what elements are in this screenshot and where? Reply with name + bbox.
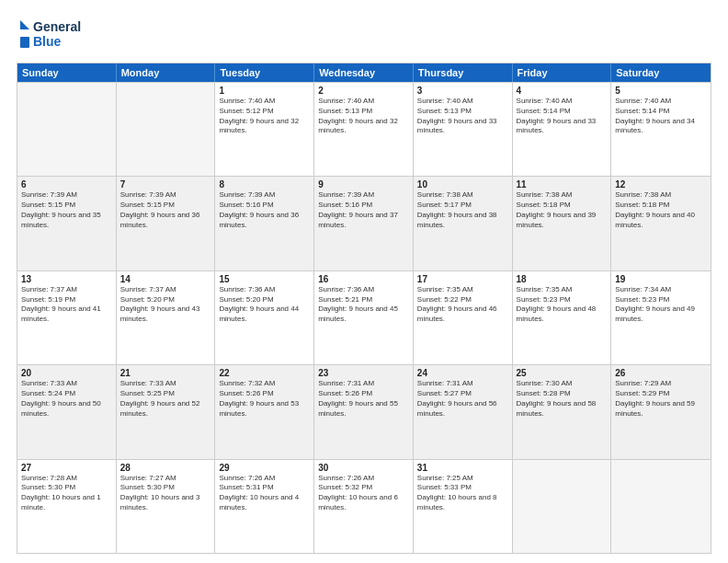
calendar-cell: 13Sunrise: 7:37 AM Sunset: 5:19 PM Dayli… [17,271,117,364]
calendar-cell: 18Sunrise: 7:35 AM Sunset: 5:23 PM Dayli… [513,271,612,364]
calendar-cell: 24Sunrise: 7:31 AM Sunset: 5:27 PM Dayli… [414,365,513,458]
weekday-header: Thursday [414,63,513,82]
cell-info: Sunrise: 7:30 AM Sunset: 5:28 PM Dayligh… [517,379,608,419]
day-number: 25 [517,368,608,378]
cell-info: Sunrise: 7:40 AM Sunset: 5:14 PM Dayligh… [517,97,608,136]
cell-info: Sunrise: 7:36 AM Sunset: 5:20 PM Dayligh… [219,285,310,325]
cell-info: Sunrise: 7:37 AM Sunset: 5:20 PM Dayligh… [120,285,211,325]
calendar-body: 1Sunrise: 7:40 AM Sunset: 5:12 PM Daylig… [17,82,711,553]
cell-info: Sunrise: 7:29 AM Sunset: 5:29 PM Dayligh… [615,379,707,419]
calendar-cell: 6Sunrise: 7:39 AM Sunset: 5:15 PM Daylig… [17,177,117,270]
cell-info: Sunrise: 7:31 AM Sunset: 5:27 PM Dayligh… [417,379,508,419]
day-number: 24 [417,368,508,378]
calendar-cell: 21Sunrise: 7:33 AM Sunset: 5:25 PM Dayli… [117,365,216,458]
cell-info: Sunrise: 7:27 AM Sunset: 5:30 PM Dayligh… [120,474,211,513]
day-number: 31 [417,463,508,473]
calendar-cell: 2Sunrise: 7:40 AM Sunset: 5:13 PM Daylig… [314,83,414,176]
day-number: 11 [517,179,608,190]
calendar-cell: 29Sunrise: 7:26 AM Sunset: 5:31 PM Dayli… [215,460,314,553]
logo: General Blue [17,17,99,55]
day-number: 20 [21,368,112,378]
cell-info: Sunrise: 7:39 AM Sunset: 5:15 PM Dayligh… [120,190,211,230]
cell-info: Sunrise: 7:39 AM Sunset: 5:16 PM Dayligh… [318,190,409,230]
calendar-cell: 26Sunrise: 7:29 AM Sunset: 5:29 PM Dayli… [611,365,711,458]
day-number: 1 [219,86,310,96]
cell-info: Sunrise: 7:37 AM Sunset: 5:19 PM Dayligh… [21,285,112,325]
svg-text:General: General [33,19,81,34]
page: General Blue SundayMondayTuesdayWednesda… [0,0,728,563]
cell-info: Sunrise: 7:32 AM Sunset: 5:26 PM Dayligh… [219,379,310,419]
day-number: 30 [318,463,409,473]
cell-info: Sunrise: 7:39 AM Sunset: 5:15 PM Dayligh… [21,190,112,230]
day-number: 14 [120,274,211,284]
cell-info: Sunrise: 7:25 AM Sunset: 5:33 PM Dayligh… [417,474,508,513]
day-number: 4 [517,86,608,96]
svg-marker-2 [20,20,29,29]
cell-info: Sunrise: 7:40 AM Sunset: 5:13 PM Dayligh… [417,97,508,136]
calendar-cell: 20Sunrise: 7:33 AM Sunset: 5:24 PM Dayli… [17,365,117,458]
calendar-cell: 5Sunrise: 7:40 AM Sunset: 5:14 PM Daylig… [611,83,711,176]
day-number: 12 [615,179,707,190]
calendar-cell: 19Sunrise: 7:34 AM Sunset: 5:23 PM Dayli… [611,271,711,364]
calendar-row: 27Sunrise: 7:28 AM Sunset: 5:30 PM Dayli… [17,459,711,553]
day-number: 18 [517,274,608,284]
day-number: 2 [318,86,409,96]
calendar-cell: 22Sunrise: 7:32 AM Sunset: 5:26 PM Dayli… [215,365,314,458]
day-number: 29 [219,463,310,473]
calendar-cell: 23Sunrise: 7:31 AM Sunset: 5:26 PM Dayli… [314,365,414,458]
cell-info: Sunrise: 7:33 AM Sunset: 5:24 PM Dayligh… [21,379,112,419]
weekday-header: Saturday [611,63,711,82]
calendar-row: 13Sunrise: 7:37 AM Sunset: 5:19 PM Dayli… [17,270,711,364]
cell-info: Sunrise: 7:35 AM Sunset: 5:22 PM Dayligh… [417,285,508,325]
calendar-cell: 11Sunrise: 7:38 AM Sunset: 5:18 PM Dayli… [513,177,612,270]
calendar-cell: 30Sunrise: 7:26 AM Sunset: 5:32 PM Dayli… [314,460,414,553]
day-number: 7 [120,179,211,190]
cell-info: Sunrise: 7:33 AM Sunset: 5:25 PM Dayligh… [120,379,211,419]
day-number: 15 [219,274,310,284]
calendar-cell: 27Sunrise: 7:28 AM Sunset: 5:30 PM Dayli… [17,460,117,553]
calendar-cell [611,460,711,553]
calendar-cell [117,83,216,176]
cell-info: Sunrise: 7:38 AM Sunset: 5:17 PM Dayligh… [417,190,508,230]
calendar: SundayMondayTuesdayWednesdayThursdayFrid… [17,63,711,554]
cell-info: Sunrise: 7:38 AM Sunset: 5:18 PM Dayligh… [517,190,608,230]
cell-info: Sunrise: 7:38 AM Sunset: 5:18 PM Dayligh… [615,190,707,230]
calendar-cell: 25Sunrise: 7:30 AM Sunset: 5:28 PM Dayli… [513,365,612,458]
day-number: 26 [615,368,707,378]
day-number: 21 [120,368,211,378]
calendar-cell: 3Sunrise: 7:40 AM Sunset: 5:13 PM Daylig… [414,83,513,176]
calendar-cell: 15Sunrise: 7:36 AM Sunset: 5:20 PM Dayli… [215,271,314,364]
calendar-cell: 14Sunrise: 7:37 AM Sunset: 5:20 PM Dayli… [117,271,216,364]
cell-info: Sunrise: 7:28 AM Sunset: 5:30 PM Dayligh… [21,474,112,513]
calendar-cell [513,460,612,553]
calendar-row: 6Sunrise: 7:39 AM Sunset: 5:15 PM Daylig… [17,176,711,270]
day-number: 9 [318,179,409,190]
cell-info: Sunrise: 7:40 AM Sunset: 5:13 PM Dayligh… [318,97,409,136]
cell-info: Sunrise: 7:40 AM Sunset: 5:14 PM Dayligh… [615,97,707,136]
day-number: 8 [219,179,310,190]
weekday-header: Sunday [17,63,117,82]
day-number: 19 [615,274,707,284]
cell-info: Sunrise: 7:31 AM Sunset: 5:26 PM Dayligh… [318,379,409,419]
day-number: 17 [417,274,508,284]
calendar-header: SundayMondayTuesdayWednesdayThursdayFrid… [17,63,711,82]
cell-info: Sunrise: 7:35 AM Sunset: 5:23 PM Dayligh… [517,285,608,325]
header: General Blue [17,17,711,55]
day-number: 16 [318,274,409,284]
cell-info: Sunrise: 7:39 AM Sunset: 5:16 PM Dayligh… [219,190,310,230]
calendar-row: 1Sunrise: 7:40 AM Sunset: 5:12 PM Daylig… [17,82,711,176]
day-number: 5 [615,86,707,96]
calendar-cell: 16Sunrise: 7:36 AM Sunset: 5:21 PM Dayli… [314,271,414,364]
day-number: 6 [21,179,112,190]
day-number: 10 [417,179,508,190]
calendar-cell: 8Sunrise: 7:39 AM Sunset: 5:16 PM Daylig… [215,177,314,270]
svg-rect-3 [20,37,29,48]
weekday-header: Monday [117,63,216,82]
calendar-cell: 28Sunrise: 7:27 AM Sunset: 5:30 PM Dayli… [117,460,216,553]
calendar-cell: 10Sunrise: 7:38 AM Sunset: 5:17 PM Dayli… [414,177,513,270]
calendar-cell: 1Sunrise: 7:40 AM Sunset: 5:12 PM Daylig… [215,83,314,176]
calendar-cell [17,83,117,176]
logo-graphic: General Blue [17,17,99,55]
calendar-row: 20Sunrise: 7:33 AM Sunset: 5:24 PM Dayli… [17,364,711,458]
calendar-cell: 7Sunrise: 7:39 AM Sunset: 5:15 PM Daylig… [117,177,216,270]
